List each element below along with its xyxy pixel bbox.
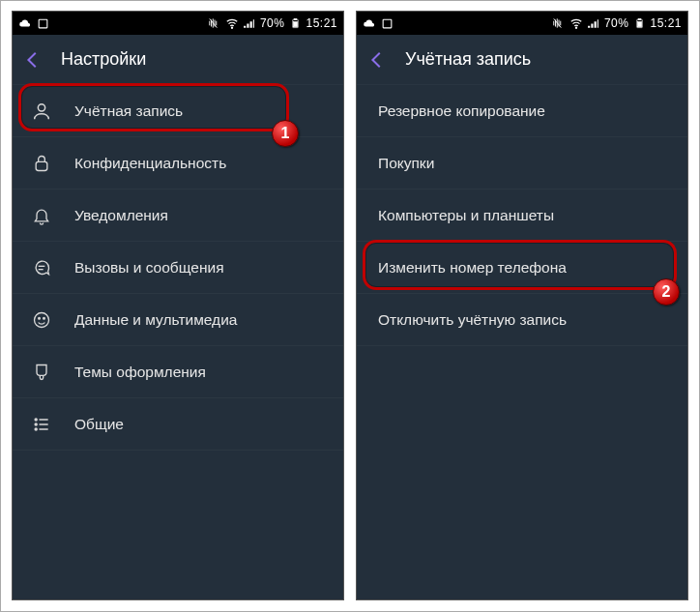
- settings-item-privacy[interactable]: Конфиденциальность: [13, 137, 343, 189]
- account-item-purchases[interactable]: Покупки: [357, 137, 687, 189]
- phone-right: 70% 15:21 Учётная запись Резервное копир…: [356, 11, 688, 600]
- svg-point-2: [231, 27, 232, 28]
- settings-item-label: Данные и мультимедиа: [74, 311, 237, 329]
- account-item-deactivate[interactable]: Отключить учётную запись: [357, 294, 687, 346]
- signal-icon: [587, 16, 600, 30]
- settings-item-label: Вызовы и сообщения: [74, 259, 224, 277]
- settings-item-notifications[interactable]: Уведомления: [13, 189, 343, 242]
- svg-point-11: [39, 317, 41, 319]
- settings-item-label: Учётная запись: [74, 102, 183, 120]
- svg-rect-4: [294, 18, 297, 19]
- back-icon[interactable]: [22, 49, 44, 71]
- svg-rect-7: [36, 161, 47, 170]
- settings-item-label: Темы оформления: [74, 364, 206, 381]
- wifi-icon: [569, 16, 583, 30]
- account-item-backup[interactable]: Резервное копирование: [357, 85, 687, 137]
- svg-rect-0: [39, 19, 47, 28]
- composite-screenshot: 70% 15:21 Настройки Учётная запись: [0, 0, 700, 612]
- chat-icon: [30, 256, 53, 279]
- svg-rect-24: [637, 22, 641, 27]
- page-title: Настройки: [61, 49, 146, 70]
- clock: 15:21: [650, 16, 682, 30]
- svg-point-13: [35, 419, 37, 421]
- svg-point-10: [35, 312, 49, 327]
- signal-icon: [243, 16, 256, 30]
- account-list: Резервное копирование Покупки Компьютеры…: [357, 85, 687, 599]
- settings-item-account[interactable]: Учётная запись: [13, 85, 343, 137]
- clock: 15:21: [306, 16, 337, 30]
- vibrate-icon: [208, 16, 221, 30]
- svg-rect-5: [293, 22, 297, 27]
- account-item-change-number[interactable]: Изменить номер телефона: [357, 242, 687, 294]
- user-icon: [30, 100, 53, 123]
- account-item-label: Покупки: [378, 155, 434, 172]
- wifi-icon: [225, 16, 239, 30]
- lock-icon: [30, 152, 53, 175]
- settings-list: Учётная запись Конфиденциальность Уведом…: [13, 85, 343, 599]
- svg-point-6: [38, 103, 44, 110]
- screenshot-icon: [380, 16, 394, 30]
- vibrate-icon: [552, 16, 566, 30]
- screenshot-icon: [36, 16, 49, 30]
- brush-icon: [30, 361, 53, 384]
- account-item-label: Изменить номер телефона: [378, 259, 567, 277]
- svg-rect-19: [383, 19, 392, 28]
- account-item-label: Резервное копирование: [378, 102, 545, 120]
- back-icon[interactable]: [366, 49, 388, 71]
- settings-item-label: Конфиденциальность: [74, 155, 226, 172]
- battery-icon: [632, 16, 646, 30]
- page-title: Учётная запись: [405, 49, 531, 70]
- svg-point-12: [44, 317, 45, 319]
- face-icon: [30, 308, 53, 332]
- list-icon: [30, 413, 53, 436]
- app-header: Учётная запись: [357, 35, 687, 85]
- svg-point-21: [575, 27, 576, 28]
- battery-percent: 70%: [604, 16, 629, 30]
- status-bar: 70% 15:21: [13, 12, 343, 35]
- status-bar: 70% 15:21: [357, 12, 687, 35]
- svg-rect-23: [638, 18, 641, 19]
- svg-point-15: [35, 423, 37, 425]
- settings-item-themes[interactable]: Темы оформления: [13, 346, 343, 398]
- app-header: Настройки: [13, 35, 343, 85]
- svg-point-17: [35, 428, 37, 430]
- settings-item-label: Общие: [74, 416, 124, 433]
- bell-icon: [30, 204, 53, 227]
- cloud-icon: [18, 16, 32, 30]
- account-item-label: Компьютеры и планшеты: [378, 207, 554, 224]
- phone-left: 70% 15:21 Настройки Учётная запись: [12, 11, 344, 600]
- cloud-icon: [363, 16, 376, 30]
- battery-percent: 70%: [260, 16, 285, 30]
- account-item-label: Отключить учётную запись: [378, 311, 567, 329]
- account-item-devices[interactable]: Компьютеры и планшеты: [357, 189, 687, 242]
- settings-item-label: Уведомления: [74, 207, 168, 224]
- battery-icon: [288, 16, 302, 30]
- settings-item-general[interactable]: Общие: [13, 398, 343, 451]
- settings-item-media[interactable]: Данные и мультимедиа: [13, 294, 343, 346]
- settings-item-calls[interactable]: Вызовы и сообщения: [13, 242, 343, 294]
